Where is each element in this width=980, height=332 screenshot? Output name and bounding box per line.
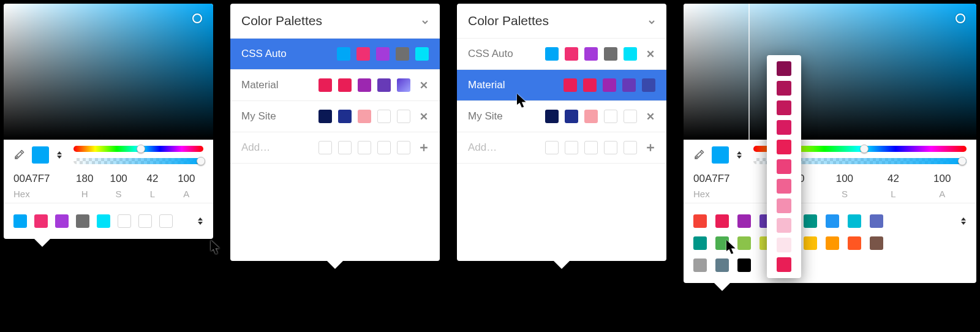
- h-value[interactable]: 180: [68, 173, 102, 185]
- mini-swatch[interactable]: [564, 78, 577, 92]
- mini-swatch-empty[interactable]: [624, 141, 637, 154]
- palette-row-add[interactable]: Add…: [230, 132, 440, 164]
- mini-swatch-empty[interactable]: [545, 141, 559, 154]
- palette-row-my-site[interactable]: My Site: [457, 101, 666, 132]
- palette-page-stepper[interactable]: [197, 217, 203, 225]
- l-value[interactable]: 42: [869, 173, 918, 185]
- palette-row-my-site[interactable]: My Site: [230, 101, 440, 132]
- palette-swatch[interactable]: [97, 214, 110, 228]
- a-value[interactable]: 100: [170, 173, 203, 185]
- close-icon[interactable]: [419, 111, 429, 121]
- mini-swatch[interactable]: [603, 78, 616, 92]
- mini-swatch[interactable]: [584, 110, 598, 123]
- mini-swatch-empty[interactable]: [604, 141, 617, 154]
- mini-swatch[interactable]: [318, 78, 332, 92]
- mini-swatch-empty[interactable]: [397, 110, 410, 123]
- saturation-value-area[interactable]: [684, 4, 976, 140]
- mini-swatch[interactable]: [377, 78, 391, 92]
- mini-swatch[interactable]: [358, 110, 371, 123]
- sv-picker-thumb[interactable]: [956, 13, 965, 23]
- hex-value[interactable]: 00A7F7: [693, 173, 771, 185]
- chevron-down-icon[interactable]: [648, 17, 655, 25]
- mini-swatch-empty[interactable]: [338, 141, 352, 154]
- palette-swatch-empty[interactable]: [138, 214, 152, 228]
- shade-swatch[interactable]: [777, 218, 791, 233]
- mini-swatch[interactable]: [604, 47, 617, 61]
- mini-swatch-empty[interactable]: [358, 141, 371, 154]
- mini-swatch[interactable]: [358, 78, 371, 92]
- a-value[interactable]: 100: [918, 173, 967, 185]
- mini-swatch[interactable]: [624, 47, 637, 61]
- color-mode-stepper[interactable]: [736, 148, 742, 162]
- mini-swatch[interactable]: [545, 110, 559, 123]
- material-swatch[interactable]: [826, 236, 839, 250]
- palette-swatch-empty[interactable]: [118, 214, 131, 228]
- hex-value[interactable]: 00A7F7: [13, 173, 68, 185]
- alpha-slider-thumb[interactable]: [958, 157, 967, 165]
- mini-swatch[interactable]: [583, 78, 597, 92]
- mini-swatch[interactable]: [565, 47, 578, 61]
- shade-swatch[interactable]: [777, 257, 791, 272]
- hue-slider[interactable]: [74, 146, 203, 152]
- material-swatch[interactable]: [737, 258, 751, 272]
- eyedropper-icon[interactable]: [13, 149, 24, 160]
- mini-swatch-empty[interactable]: [377, 110, 391, 123]
- palette-page-stepper[interactable]: [960, 217, 967, 225]
- shade-swatch[interactable]: [777, 159, 791, 174]
- eyedropper-icon[interactable]: [693, 149, 704, 160]
- mini-swatch[interactable]: [565, 110, 578, 123]
- mini-swatch[interactable]: [318, 110, 332, 123]
- palette-row-material[interactable]: Material: [230, 70, 440, 101]
- material-swatch[interactable]: [737, 236, 751, 250]
- shade-swatch[interactable]: [777, 81, 791, 96]
- material-swatch[interactable]: [693, 236, 707, 250]
- saturation-value-area[interactable]: [4, 4, 213, 140]
- palette-swatch-empty[interactable]: [159, 214, 173, 228]
- mini-swatch[interactable]: [356, 47, 370, 61]
- palette-row-material[interactable]: Material: [457, 70, 666, 101]
- mini-swatch-empty[interactable]: [565, 141, 578, 154]
- material-swatch[interactable]: [804, 214, 817, 228]
- hue-slider-thumb[interactable]: [137, 145, 145, 153]
- material-swatch[interactable]: [848, 236, 861, 250]
- mini-swatch[interactable]: [622, 78, 636, 92]
- mini-swatch[interactable]: [642, 78, 655, 92]
- mini-swatch[interactable]: [396, 47, 409, 61]
- palette-swatch[interactable]: [34, 214, 48, 228]
- material-swatch[interactable]: [693, 214, 707, 228]
- mini-swatch[interactable]: [584, 47, 598, 61]
- palette-swatch[interactable]: [76, 214, 89, 228]
- palette-row-css-auto[interactable]: CSS Auto: [230, 39, 440, 70]
- material-swatch[interactable]: [715, 214, 729, 228]
- mini-swatch[interactable]: [376, 47, 390, 61]
- material-swatch[interactable]: [715, 258, 729, 272]
- material-swatch[interactable]: [804, 236, 817, 250]
- mini-swatch[interactable]: [545, 47, 559, 61]
- shade-swatch[interactable]: [777, 198, 791, 213]
- mini-swatch-gradient[interactable]: [397, 78, 410, 92]
- material-swatch[interactable]: [848, 214, 861, 228]
- material-swatch[interactable]: [826, 214, 839, 228]
- material-swatch[interactable]: [870, 214, 883, 228]
- mini-swatch-empty[interactable]: [318, 141, 332, 154]
- alpha-slider[interactable]: [74, 158, 203, 164]
- mini-swatch[interactable]: [337, 47, 350, 61]
- close-icon[interactable]: [419, 80, 429, 90]
- hue-slider-thumb[interactable]: [860, 145, 869, 153]
- shade-swatch[interactable]: [777, 100, 791, 115]
- mini-swatch[interactable]: [415, 47, 429, 61]
- shade-swatch[interactable]: [777, 238, 791, 252]
- s-value[interactable]: 100: [102, 173, 135, 185]
- material-swatch[interactable]: [870, 236, 883, 250]
- mini-swatch[interactable]: [338, 78, 352, 92]
- shade-swatch[interactable]: [777, 61, 791, 76]
- close-icon[interactable]: [646, 49, 655, 59]
- palette-swatch[interactable]: [55, 214, 69, 228]
- color-mode-stepper[interactable]: [56, 148, 62, 162]
- palette-row-css-auto[interactable]: CSS Auto: [457, 39, 666, 70]
- alpha-slider-thumb[interactable]: [197, 157, 205, 165]
- material-swatch[interactable]: [693, 258, 707, 272]
- mini-swatch-empty[interactable]: [397, 141, 410, 154]
- shade-swatch[interactable]: [777, 179, 791, 194]
- palette-swatch[interactable]: [13, 214, 27, 228]
